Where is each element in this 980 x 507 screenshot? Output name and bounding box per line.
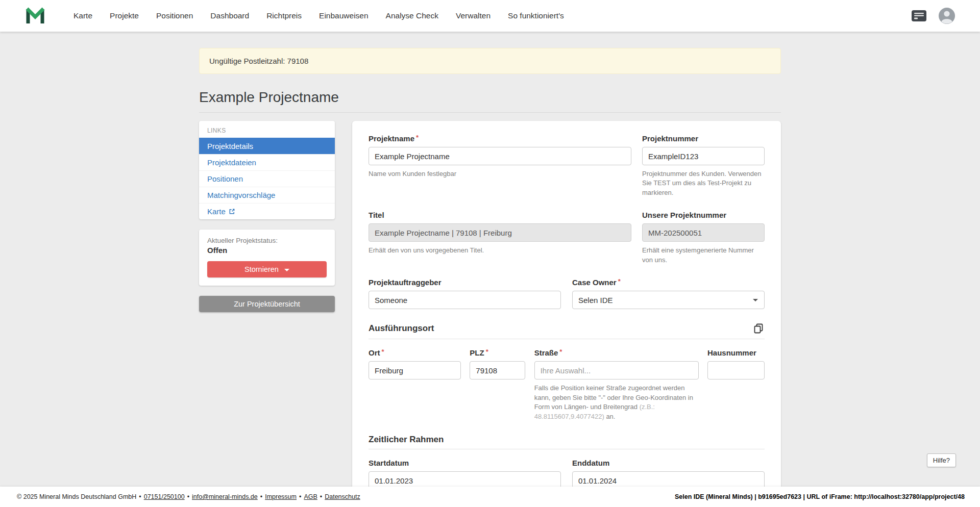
caret-down-icon xyxy=(284,269,289,271)
project-status-card: Aktueller Projektstatus: Offen Storniere… xyxy=(199,230,335,286)
projektnummer-helper: Projektnummer des Kunden. Verwenden Sie … xyxy=(642,169,765,197)
project-overview-button[interactable]: Zur Projektübersicht xyxy=(199,296,335,312)
hausnummer-label: Hausnummer xyxy=(707,348,765,357)
stornieren-button[interactable]: Stornieren xyxy=(207,261,327,277)
required-asterisk: * xyxy=(486,348,488,356)
strasse-label: Straße* xyxy=(534,348,699,357)
sidebar: LINKS Projektdetails Projektdateien Posi… xyxy=(199,121,335,312)
nav-item-dashboard[interactable]: Dashboard xyxy=(210,11,249,20)
ort-label: Ort* xyxy=(369,348,461,357)
case-owner-select[interactable]: Selen IDE xyxy=(572,291,765,309)
plz-label: PLZ* xyxy=(470,348,525,357)
title-divider xyxy=(199,112,781,113)
plz-input[interactable] xyxy=(470,361,525,379)
ort-input[interactable] xyxy=(369,361,461,379)
help-button[interactable]: Hilfe? xyxy=(927,453,956,467)
user-avatar-icon[interactable] xyxy=(938,7,955,24)
chevron-down-icon xyxy=(753,299,758,301)
nav-item-analyse-check[interactable]: Analyse Check xyxy=(386,11,438,20)
unsere-projektnummer-helper: Erhält eine systemgenerierte Nummer von … xyxy=(642,246,765,265)
status-label: Aktueller Projektstatus: xyxy=(207,237,327,244)
project-overview-button-label: Zur Projektübersicht xyxy=(234,300,300,308)
footer-phone-link[interactable]: 07151/250100 xyxy=(144,493,185,500)
nav-item-verwalten[interactable]: Verwalten xyxy=(456,11,491,20)
stornieren-button-label: Stornieren xyxy=(244,265,279,273)
footer-separator: • xyxy=(320,493,322,500)
sidebar-item-karte[interactable]: Karte xyxy=(199,203,335,219)
required-asterisk: * xyxy=(382,348,384,356)
sidebar-item-matchingvorschlaege[interactable]: Matchingvorschläge xyxy=(199,187,335,203)
nav-item-positionen[interactable]: Positionen xyxy=(156,11,193,20)
footer: © 2025 Mineral Minds Deutschland GmbH • … xyxy=(0,487,980,507)
projektname-input[interactable] xyxy=(369,147,631,165)
nav-item-so-funktionierts[interactable]: So funktioniert's xyxy=(508,11,564,20)
sidebar-item-label: Projektdetails xyxy=(207,142,253,150)
footer-email-link[interactable]: info@mineral-minds.de xyxy=(192,493,258,500)
case-owner-label: Case Owner* xyxy=(572,278,765,287)
projektname-label: Projektname* xyxy=(369,134,631,143)
required-asterisk: * xyxy=(559,348,562,356)
links-header: LINKS xyxy=(199,121,335,138)
startdatum-label: Startdatum xyxy=(369,459,561,467)
ausfuehrungsort-heading: Ausführungsort xyxy=(369,323,434,334)
case-owner-selected-value: Selen IDE xyxy=(578,296,613,305)
sidebar-item-label: Matchingvorschläge xyxy=(207,191,275,199)
page-title: Example Projectname xyxy=(199,89,781,106)
nav-item-projekte[interactable]: Projekte xyxy=(110,11,139,20)
projektnummer-label: Projektnummer xyxy=(642,134,765,143)
sidebar-item-projektdateien[interactable]: Projektdateien xyxy=(199,154,335,170)
footer-separator: • xyxy=(139,493,141,500)
footer-copyright: © 2025 Mineral Minds Deutschland GmbH xyxy=(17,493,136,500)
status-value: Offen xyxy=(207,246,327,255)
top-navbar: Karte Projekte Positionen Dashboard Rich… xyxy=(0,0,980,32)
enddatum-label: Enddatum xyxy=(572,459,765,467)
footer-session-info: Selen IDE (Mineral Minds) | b91695ed7623… xyxy=(675,493,965,500)
projektauftraggeber-label: Projektauftraggeber xyxy=(369,278,561,287)
unsere-projektnummer-input xyxy=(642,223,765,242)
footer-agb-link[interactable]: AGB xyxy=(304,493,317,500)
required-asterisk: * xyxy=(618,277,621,285)
strasse-input[interactable] xyxy=(534,361,699,379)
mineral-minds-logo-icon[interactable] xyxy=(24,6,46,26)
projektnummer-input[interactable] xyxy=(642,147,765,165)
section-divider xyxy=(369,339,765,339)
footer-impressum-link[interactable]: Impressum xyxy=(265,493,297,500)
external-link-icon xyxy=(229,208,235,215)
titel-label: Titel xyxy=(369,211,631,219)
invalid-postcode-alert: Ungültige Postleitzahl: 79108 xyxy=(199,48,781,74)
sidebar-item-projektdetails[interactable]: Projektdetails xyxy=(199,138,335,154)
titel-helper: Erhält den von uns vorgegebenen Titel. xyxy=(369,246,631,255)
strasse-helper: Falls die Position keiner Straße zugeord… xyxy=(534,384,699,421)
zeitlicher-rahmen-heading: Zeitlicher Rahmen xyxy=(369,435,444,445)
sidebar-item-label: Positionen xyxy=(207,174,243,183)
required-asterisk: * xyxy=(416,134,419,141)
copy-location-icon[interactable] xyxy=(752,322,765,335)
projektname-helper: Name vom Kunden festlegbar xyxy=(369,169,631,179)
alert-message: Ungültige Postleitzahl: 79108 xyxy=(209,57,308,65)
main-nav: Karte Projekte Positionen Dashboard Rich… xyxy=(74,11,564,20)
hausnummer-input[interactable] xyxy=(707,361,765,379)
links-card: LINKS Projektdetails Projektdateien Posi… xyxy=(199,121,335,219)
sidebar-item-label: Karte xyxy=(207,207,226,216)
sidebar-item-positionen[interactable]: Positionen xyxy=(199,170,335,187)
sidebar-item-label: Projektdateien xyxy=(207,158,256,167)
footer-separator: • xyxy=(187,493,189,500)
nav-item-einbauweisen[interactable]: Einbauweisen xyxy=(319,11,369,20)
nav-item-richtpreis[interactable]: Richtpreis xyxy=(266,11,302,20)
titel-input xyxy=(369,223,631,242)
unsere-projektnummer-label: Unsere Projektnummer xyxy=(642,211,765,219)
footer-datenschutz-link[interactable]: Datenschutz xyxy=(325,493,360,500)
projektauftraggeber-input[interactable] xyxy=(369,291,561,309)
nav-item-karte[interactable]: Karte xyxy=(74,11,92,20)
section-divider xyxy=(369,449,765,449)
footer-separator: • xyxy=(260,493,262,500)
project-details-form: Projektname* Name vom Kunden festlegbar … xyxy=(352,121,781,507)
footer-separator: • xyxy=(299,493,301,500)
card-reader-icon[interactable] xyxy=(911,10,927,22)
